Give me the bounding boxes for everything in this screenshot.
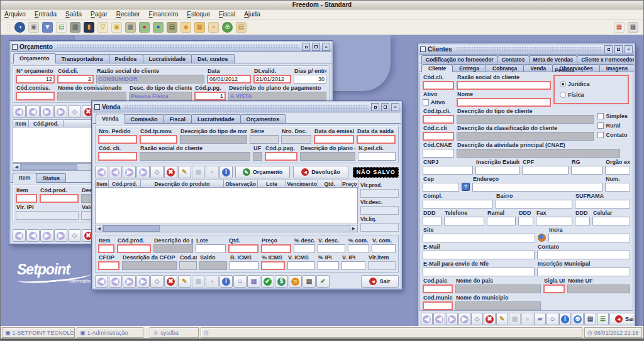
edit-button[interactable]: ✎	[178, 275, 191, 288]
nav-last-button[interactable]: ▶	[136, 166, 150, 178]
suframa-field[interactable]	[575, 200, 630, 208]
new-button[interactable]: ◇	[471, 313, 483, 325]
grid-column-header[interactable]: Cód.prod.	[28, 119, 64, 127]
search-person-button[interactable]: ☺	[233, 275, 247, 288]
cod-pais-field[interactable]	[423, 284, 453, 293]
refresh-button[interactable]: ●	[206, 275, 219, 288]
save-button[interactable]: ▦	[509, 313, 521, 325]
cod-plano-pgto-field[interactable]: 1	[194, 92, 226, 100]
info-button[interactable]: i	[219, 166, 233, 178]
orcamento-titlebar[interactable]: Orçamento ×	[11, 42, 331, 52]
tab[interactable]: Transportadora	[55, 54, 109, 63]
grid-column-header[interactable]: Observação	[223, 180, 258, 188]
venda-items-grid[interactable]	[95, 188, 358, 224]
minimize-button[interactable]	[302, 43, 310, 51]
minimize-button[interactable]	[604, 45, 613, 53]
cod-tipo-cliente-field[interactable]	[423, 115, 454, 124]
perc-desconto-field[interactable]	[294, 244, 315, 253]
tab[interactable]: Contatos	[497, 55, 530, 63]
bairro-field[interactable]	[496, 200, 572, 208]
fax-field[interactable]	[536, 217, 572, 225]
grid-column-header[interactable]: Lote	[257, 180, 286, 188]
n-orcamento-field[interactable]: 12	[16, 75, 55, 84]
sair-button[interactable]: ◄ Sair	[609, 313, 634, 325]
cpf-field[interactable]	[522, 166, 569, 175]
data-field[interactable]: 06/01/2012	[207, 75, 251, 84]
cancel-button[interactable]: ✖	[164, 166, 177, 178]
info-button[interactable]: i	[559, 313, 571, 325]
nav-prev-button[interactable]: ◀	[433, 313, 445, 325]
incra-field[interactable]	[548, 234, 630, 242]
devolucao-button[interactable]: ◄ Devolução	[293, 166, 349, 178]
search-button[interactable]: ○	[289, 275, 302, 288]
nro-pedido-field[interactable]	[98, 135, 137, 144]
sair-button[interactable]: ◄ Sair	[361, 275, 399, 288]
cod-produto-field[interactable]	[40, 194, 79, 203]
clipboard-check-button[interactable]: ✔	[316, 275, 330, 288]
search-person-button[interactable]: ☺	[547, 313, 558, 325]
estoque-icon[interactable]: ▦	[125, 22, 136, 33]
exit-icon[interactable]: ◑	[14, 22, 25, 33]
menu-item[interactable]: Receber	[116, 11, 140, 18]
cod-cliente-field[interactable]	[423, 81, 454, 90]
nav-next-button[interactable]: ▶	[40, 229, 53, 242]
nav-last-button[interactable]: ▶	[458, 313, 470, 325]
confirm-button[interactable]: ✔	[261, 275, 274, 288]
transporte-icon[interactable]: ▣	[111, 22, 122, 33]
menu-item[interactable]: Estoque	[187, 11, 210, 18]
tab[interactable]: Meta de Vendas	[529, 55, 578, 63]
copy-button[interactable]: ▰	[534, 313, 546, 325]
item-field[interactable]	[98, 244, 114, 253]
browser-icon[interactable]	[538, 234, 546, 242]
nav-prev-button[interactable]: ◀	[109, 166, 122, 178]
maximize-button[interactable]	[614, 45, 623, 53]
radio-juridica[interactable]: Jurídica	[560, 81, 623, 87]
menu-item[interactable]: Entrada	[35, 11, 57, 18]
cod-cliente-field[interactable]	[98, 152, 137, 161]
razao-social-field[interactable]	[457, 81, 551, 90]
tab[interactable]: Orçamento	[13, 53, 56, 63]
scroll-thumb[interactable]	[103, 225, 160, 232]
tab[interactable]: Entrega	[452, 64, 486, 72]
lote-field[interactable]	[196, 244, 226, 253]
grafico-icon[interactable]: ▮	[84, 22, 94, 33]
nav-prev-button[interactable]: ◀	[26, 106, 40, 118]
cod-produto-field[interactable]	[117, 244, 151, 253]
info-button[interactable]: i	[219, 275, 233, 288]
grid-column-header[interactable]: Cód.prod.	[108, 180, 141, 188]
nav-first-button[interactable]: ◀	[13, 229, 26, 242]
refresh-button[interactable]: ●	[521, 313, 533, 325]
new-button[interactable]: ◇	[150, 275, 164, 288]
data-saida-field[interactable]	[357, 135, 396, 144]
inscricao-estadual-field[interactable]	[475, 166, 519, 175]
minimize-button[interactable]	[371, 103, 379, 111]
vlr-icms-field[interactable]	[287, 261, 315, 270]
calendar-clock-icon[interactable]: ▦	[614, 22, 625, 33]
document-button[interactable]: ▤	[247, 275, 260, 288]
financeiro-icon[interactable]: ▤	[167, 22, 177, 33]
nav-next-button[interactable]: ▶	[123, 166, 136, 178]
cod-tp-movimento-field[interactable]	[140, 135, 177, 144]
scroll-right-button[interactable]: ▶	[350, 225, 357, 232]
clientes-titlebar[interactable]: Clientes ×	[419, 45, 634, 55]
ddd-fax-field[interactable]	[518, 217, 533, 225]
scroll-left-button[interactable]: ◀	[96, 225, 103, 232]
nav-next-button[interactable]: ▶	[123, 275, 136, 288]
perc-icms-field[interactable]	[261, 261, 285, 270]
grid-column-header[interactable]: Descrição do produto	[140, 180, 224, 188]
new-button[interactable]: ◇	[68, 106, 81, 118]
vlr-comissao-field[interactable]	[372, 244, 396, 253]
edit-button[interactable]: ✎	[178, 166, 191, 178]
rg-field[interactable]	[571, 166, 602, 175]
nome-field[interactable]	[457, 98, 551, 107]
nav-first-button[interactable]: ◀	[421, 313, 433, 325]
cancel-button[interactable]: ✖	[484, 313, 496, 325]
entrada-icon[interactable]: ▼	[42, 22, 53, 33]
menu-item[interactable]: Saída	[65, 11, 82, 18]
menu-item[interactable]: Arquivo	[4, 11, 26, 18]
grid-column-header[interactable]: Preço	[341, 180, 358, 188]
cep-search-button[interactable]: ?	[462, 183, 470, 191]
close-button[interactable]: ×	[322, 43, 330, 51]
inscricao-municipal-field[interactable]	[537, 268, 630, 276]
cfop-field[interactable]	[98, 261, 119, 270]
